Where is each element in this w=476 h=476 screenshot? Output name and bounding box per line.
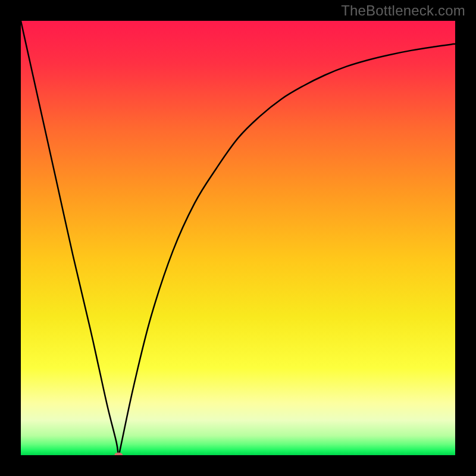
watermark-text: TheBottleneck.com	[341, 2, 465, 19]
chart-frame: TheBottleneck.com	[0, 0, 476, 476]
chart-plot-area	[21, 21, 455, 455]
